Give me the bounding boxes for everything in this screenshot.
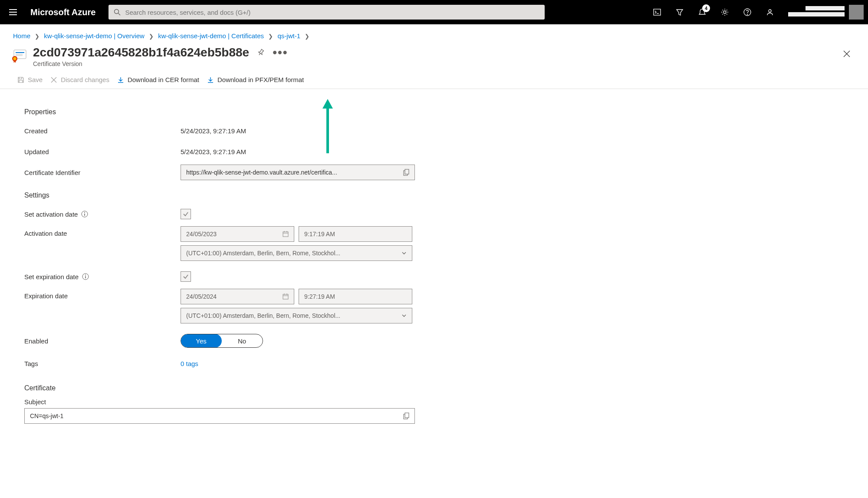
chevron-down-icon	[401, 313, 407, 318]
info-icon[interactable]	[81, 211, 88, 218]
chevron-down-icon	[401, 251, 407, 256]
account-area[interactable]	[788, 5, 864, 20]
search-icon	[114, 9, 121, 16]
svg-rect-37	[405, 413, 409, 418]
more-button[interactable]: •••	[273, 46, 288, 59]
content-area: Properties Created 5/24/2023, 9:27:19 AM…	[0, 89, 434, 441]
help-button[interactable]	[738, 3, 757, 22]
notification-badge: 4	[702, 4, 710, 12]
svg-rect-21	[405, 169, 409, 174]
svg-point-23	[84, 212, 85, 213]
global-search[interactable]	[108, 5, 545, 20]
hamburger-menu-button[interactable]	[4, 3, 22, 21]
settings-button[interactable]	[715, 3, 734, 22]
set-activation-label: Set activation date	[24, 211, 78, 218]
activation-date-label: Activation date	[24, 226, 181, 237]
enabled-no[interactable]: No	[221, 334, 263, 347]
download-cer-button[interactable]: Download in CER format	[117, 76, 199, 83]
breadcrumb-home[interactable]: Home	[13, 32, 30, 40]
directory-filter-button[interactable]	[670, 3, 689, 22]
subject-field[interactable]: CN=qs-jwt-1	[24, 408, 415, 424]
svg-rect-2	[654, 9, 661, 15]
calendar-icon	[283, 231, 289, 237]
pin-button[interactable]	[257, 49, 265, 56]
svg-rect-32	[283, 294, 288, 299]
properties-heading: Properties	[24, 108, 421, 116]
page-subtitle: Certificate Version	[33, 60, 832, 67]
brand-label: Microsoft Azure	[30, 7, 95, 17]
svg-point-6	[747, 14, 748, 15]
activation-date-input[interactable]: 24/05/2023	[181, 226, 294, 242]
set-expiration-checkbox[interactable]	[181, 271, 191, 282]
tags-label: Tags	[24, 360, 181, 367]
discard-button: Discard changes	[50, 76, 109, 83]
calendar-icon	[283, 294, 289, 300]
certificate-icon	[11, 48, 27, 64]
set-expiration-label: Set expiration date	[24, 273, 79, 280]
expiration-time-input[interactable]: 9:27:19 AM	[299, 289, 412, 304]
expiration-date-input[interactable]: 24/05/2024	[181, 289, 294, 304]
svg-rect-25	[283, 232, 288, 237]
svg-point-13	[13, 57, 16, 60]
svg-marker-19	[322, 99, 333, 109]
save-button: Save	[17, 76, 43, 83]
copy-icon[interactable]	[403, 169, 409, 176]
arrow-annotation	[321, 99, 334, 155]
avatar	[849, 5, 864, 20]
enabled-label: Enabled	[24, 337, 181, 345]
breadcrumb-overview[interactable]: kw-qlik-sense-jwt-demo | Overview	[44, 32, 144, 40]
svg-point-30	[85, 275, 86, 276]
breadcrumb: Home ❯ kw-qlik-sense-jwt-demo | Overview…	[0, 24, 868, 40]
svg-point-7	[769, 10, 771, 12]
svg-point-4	[723, 11, 726, 13]
page-title: 2cd073971a2645828b1f4a624eb5b88e	[33, 46, 249, 59]
top-navigation: Microsoft Azure 4	[0, 0, 868, 24]
settings-heading: Settings	[24, 191, 421, 199]
info-icon[interactable]	[82, 273, 89, 280]
updated-value: 5/24/2023, 9:27:19 AM	[181, 148, 246, 155]
activation-time-input[interactable]: 9:17:19 AM	[299, 226, 412, 242]
updated-label: Updated	[24, 148, 181, 155]
notifications-button[interactable]: 4	[693, 3, 712, 22]
identifier-label: Certificate Identifier	[24, 169, 181, 176]
page-header: 2cd073971a2645828b1f4a624eb5b88e ••• Cer…	[0, 40, 868, 67]
enabled-toggle[interactable]: Yes No	[181, 334, 263, 348]
created-value: 5/24/2023, 9:27:19 AM	[181, 127, 246, 135]
breadcrumb-certificates[interactable]: kw-qlik-sense-jwt-demo | Certificates	[158, 32, 264, 40]
breadcrumb-cert-name[interactable]: qs-jwt-1	[277, 32, 300, 40]
search-input[interactable]	[125, 9, 539, 16]
set-activation-checkbox[interactable]	[181, 209, 191, 219]
svg-point-0	[115, 10, 119, 14]
activation-tz-select[interactable]: (UTC+01:00) Amsterdam, Berlin, Bern, Rom…	[181, 245, 412, 261]
cloud-shell-button[interactable]	[648, 3, 667, 22]
feedback-button[interactable]	[760, 3, 779, 22]
expiration-date-label: Expiration date	[24, 289, 181, 300]
tags-link[interactable]: 0 tags	[181, 360, 198, 367]
svg-line-1	[118, 13, 121, 16]
download-pfx-button[interactable]: Download in PFX/PEM format	[207, 76, 304, 83]
top-icon-bar: 4	[648, 3, 779, 22]
identifier-field[interactable]: https://kw-qlik-sense-jwt-demo.vault.azu…	[181, 165, 415, 180]
copy-icon[interactable]	[403, 412, 409, 419]
certificate-heading: Certificate	[24, 384, 421, 392]
expiration-tz-select[interactable]: (UTC+01:00) Amsterdam, Berlin, Bern, Rom…	[181, 308, 412, 323]
close-button[interactable]	[838, 46, 855, 63]
command-bar: Save Discard changes Download in CER for…	[0, 67, 868, 89]
subject-label: Subject	[24, 398, 421, 406]
enabled-yes[interactable]: Yes	[181, 334, 222, 348]
created-label: Created	[24, 127, 181, 135]
